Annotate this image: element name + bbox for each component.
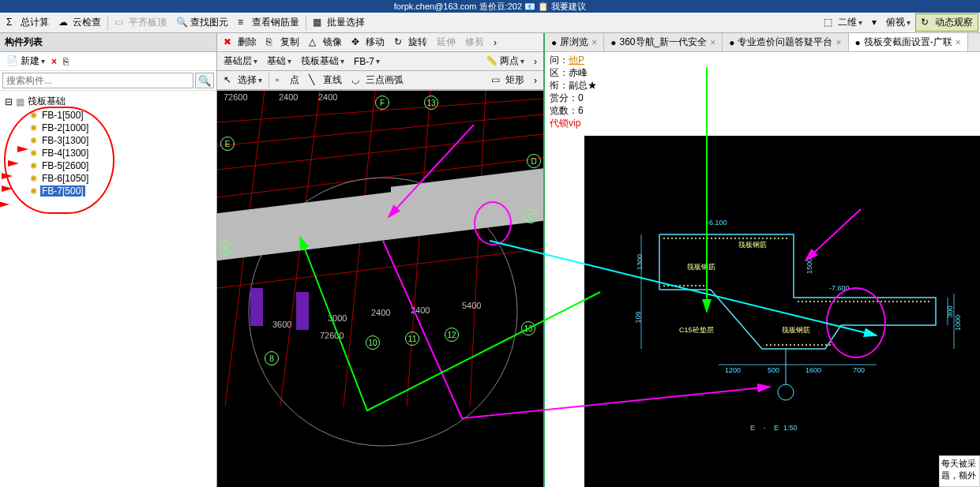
favicon-icon: ● [610,37,616,48]
tree-item[interactable]: ✺FB-5[2600] [5,159,212,172]
rect-button[interactable]: ▭矩形 [486,72,529,88]
browser-tab[interactable]: ●屏浏览× [545,33,604,51]
more-button[interactable]: › [529,54,542,69]
slab-icon: ▭ [115,17,127,29]
tab-label: 屏浏览 [560,36,588,49]
column-solid [296,292,309,330]
point-button[interactable]: ▫点 [271,72,304,88]
tree-item[interactable]: ✺FB-4[1300] [5,147,212,159]
annotation-arrow [2,185,13,192]
close-icon[interactable]: × [591,37,597,48]
browser-tab[interactable]: ●筏板变截面设置-广联× [849,33,968,51]
copy-button[interactable]: ⎘ [60,55,72,68]
extend-button[interactable]: 延伸 [432,34,460,51]
component-icon: ✺ [30,148,37,159]
notice-popup: 每天被采题，额外 [939,455,980,487]
tree-item[interactable]: ✺FB-2[1000] [5,122,212,134]
tree-item-label: FB-2[1000] [40,122,90,133]
tree-item-label: FB-4[1300] [40,148,90,159]
del-button[interactable]: ✖删除 [219,34,261,51]
close-icon: × [51,56,57,67]
grid-icon: ▦ [16,96,24,107]
view-angle-dropdown[interactable]: ▾俯视 [867,14,915,31]
sigma-icon: Σ [6,17,19,29]
component-icon: ✺ [30,161,37,171]
tree-item[interactable]: ✺FB-6[1050] [5,172,212,185]
tree-root[interactable]: ⊟ ▦ 筏板基础 [5,94,212,109]
floor-dropdown[interactable]: 基础层 [219,53,262,69]
point-icon: ▫ [276,74,288,87]
svg-point-25 [778,384,794,400]
batch-icon: ▦ [313,17,325,29]
calc-label: 总计算 [21,16,49,29]
orbit-icon: ↻ [921,17,933,29]
trim-button[interactable]: 修剪 [460,34,489,51]
user-link[interactable]: 他P [569,54,584,66]
browser-tabs: ●屏浏览×●360导航_新一代安全×●专业造价问题答疑平台×●筏板变截面设置-广… [545,33,980,52]
new-button[interactable]: 📄新建 [3,54,48,69]
center-panel: ✖删除 ⎘复制 △镜像 ✥移动 ↻旋转 延伸 修剪 › 基础层 基础 筏板基础 … [217,33,543,487]
mode-dropdown[interactable]: 📏两点 [481,53,529,69]
close-icon[interactable]: × [710,37,715,48]
arc-icon: ◡ [351,74,364,87]
flat-slab-button[interactable]: ▭平齐板顶 [110,14,171,31]
close-icon[interactable]: × [835,37,841,48]
arc-button[interactable]: ◡三点画弧 [347,72,408,88]
search-icon: 🔍 [176,17,189,29]
chevron-icon: › [494,37,497,48]
component-tree[interactable]: ⊟ ▦ 筏板基础 ✺FB-1[500]✺FB-2[1000]✺FB-3[1300… [0,91,216,200]
browser-tab[interactable]: ●360导航_新一代安全× [604,33,723,51]
favicon-icon: ● [729,37,734,48]
3d-viewport[interactable]: 72600 2400 2400 F 13 E D C B 3600 3000 2… [217,91,543,487]
right-panel: ●屏浏览×●360导航_新一代安全×●专业造价问题答疑平台×●筏板变截面设置-广… [543,33,980,487]
search-go-button[interactable]: 🔍 [195,73,214,88]
svg-line-11 [470,91,486,406]
svg-line-10 [407,91,430,406]
column-solid [250,288,263,326]
batch-select-button[interactable]: ▦批量选择 [308,14,370,31]
find-elem-button[interactable]: 🔍查找图元 [171,14,233,31]
tree-root-label: 筏板基础 [28,95,66,108]
search-input[interactable] [2,73,193,88]
tree-item-label: FB-7[500] [40,185,85,197]
delete-button[interactable]: × [48,55,60,68]
more-button[interactable]: › [529,73,542,88]
annotation-arrow [8,160,19,167]
dynamic-observe-button[interactable]: ↻动态观察 [915,13,978,32]
cloud-check-button[interactable]: ☁云检查 [54,14,106,31]
sub-dropdown[interactable]: 筏板基础 [296,53,349,69]
tree-item-label: FB-1[500] [40,110,85,121]
svg-line-2 [217,134,543,170]
line-button[interactable]: ╲直线 [304,72,347,88]
vip-label: 代锁vip [550,117,975,129]
rotate-button[interactable]: ↻旋转 [389,34,432,51]
type-dropdown[interactable]: 基础 [262,53,296,69]
section-drawing: -6.100 -7.600 筏板钢筋 筏板钢筋 筏板钢筋 C15砼垫层 1300… [584,136,980,487]
copy-button[interactable]: ⎘复制 [261,34,304,51]
tree-item-label: FB-5[2600] [40,160,90,171]
tree-item-label: FB-3[1300] [40,135,90,146]
rebar-icon: ≡ [238,17,250,29]
tree-item[interactable]: ✺FB-1[500] [5,109,212,122]
view-rebar-button[interactable]: ≡查看钢筋量 [233,14,304,31]
calc-button[interactable]: Σ总计算 [2,14,54,31]
item-dropdown[interactable]: FB-7 [349,54,385,69]
tree-item[interactable]: ✺FB-3[1300] [5,134,212,147]
annotation-oval [826,287,886,358]
tree-item[interactable]: ✺FB-7[500] [5,185,212,197]
copy-icon: ⎘ [266,36,279,49]
ruler-icon: 📏 [486,55,498,68]
line-icon: ╲ [309,74,321,87]
mirror-button[interactable]: △镜像 [304,34,347,51]
component-icon: ✺ [30,111,37,121]
mirror-icon: △ [309,36,321,49]
rect-icon: ▭ [491,74,504,87]
eye-icon: ▾ [872,17,884,29]
view3d-dropdown[interactable]: ⬚二维 [819,14,867,31]
select-button[interactable]: ↖选择 [219,72,267,88]
close-icon[interactable]: × [956,37,961,48]
move-button[interactable]: ✥移动 [347,34,389,51]
more-button[interactable]: › [489,36,501,50]
component-icon: ✺ [30,136,37,146]
browser-tab[interactable]: ●专业造价问题答疑平台× [723,33,848,51]
